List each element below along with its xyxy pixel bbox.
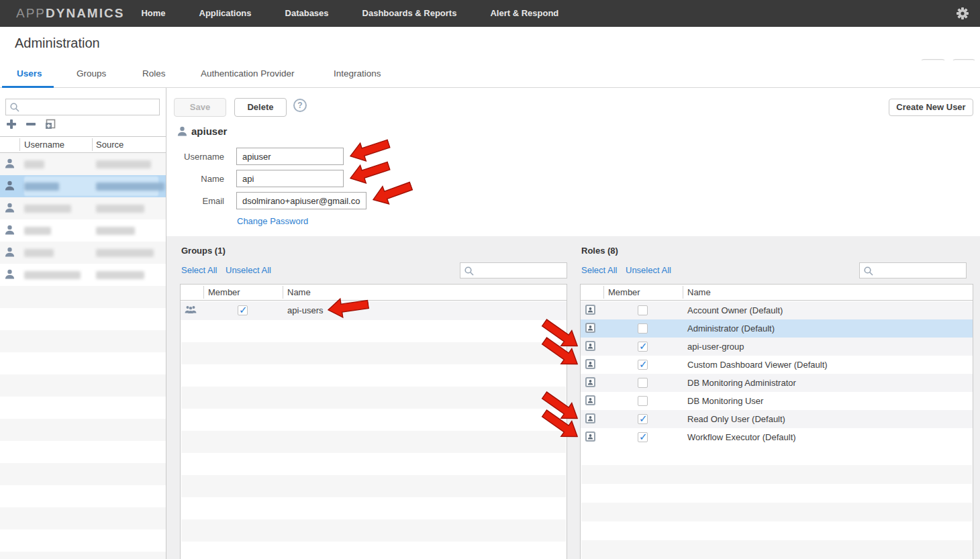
tab-groups[interactable]: Groups xyxy=(77,60,106,87)
annotation-arrow-name xyxy=(346,155,393,189)
user-list-row[interactable] xyxy=(0,197,166,219)
user-icon xyxy=(4,268,15,280)
email-field[interactable] xyxy=(236,192,366,209)
add-user-icon[interactable] xyxy=(5,118,17,130)
redacted-username xyxy=(24,271,81,279)
role-name: Workflow Executor (Default) xyxy=(687,432,796,442)
groups-select-all-link[interactable]: Select All xyxy=(181,265,217,275)
member-checkbox[interactable] xyxy=(638,432,648,442)
member-checkbox[interactable] xyxy=(638,305,648,315)
groups-panel-title: Groups (1) xyxy=(181,246,226,256)
redacted-source xyxy=(96,249,154,257)
groups-unselect-all-link[interactable]: Unselect All xyxy=(226,265,271,275)
column-header-source[interactable]: Source xyxy=(96,140,124,150)
role-row[interactable]: Administrator (Default) xyxy=(581,319,973,338)
member-checkbox[interactable] xyxy=(638,396,648,406)
user-icon xyxy=(4,202,15,213)
settings-gear-icon[interactable] xyxy=(956,7,969,20)
user-list-empty-rows xyxy=(0,286,166,559)
column-header-member[interactable]: Member xyxy=(208,287,240,297)
role-row[interactable]: Workflow Executor (Default) xyxy=(581,428,973,446)
column-divider xyxy=(603,286,604,299)
role-badge-icon xyxy=(585,395,595,405)
roles-search-input[interactable] xyxy=(877,264,965,277)
search-icon xyxy=(9,102,20,113)
roles-panel-title: Roles (8) xyxy=(581,246,618,256)
help-circle-icon[interactable]: ? xyxy=(293,99,307,112)
column-divider xyxy=(203,286,204,299)
tab-users[interactable]: Users xyxy=(17,60,42,87)
role-badge-icon xyxy=(585,413,595,423)
user-detail-title: apiuser xyxy=(191,125,227,137)
groups-search-input[interactable] xyxy=(478,264,565,277)
member-checkbox[interactable] xyxy=(638,342,648,352)
role-badge-icon xyxy=(585,377,595,387)
user-icon xyxy=(177,125,188,137)
user-list-row[interactable] xyxy=(0,242,166,264)
redacted-username xyxy=(24,227,51,235)
nav-item-applications[interactable]: Applications xyxy=(183,0,268,27)
role-name: DB Monitoring Administrator xyxy=(687,378,796,388)
groups-search-box[interactable] xyxy=(460,262,567,278)
roles-select-all-link[interactable]: Select All xyxy=(581,265,617,275)
user-icon xyxy=(4,158,15,169)
tab-authentication-provider[interactable]: Authentication Provider xyxy=(201,60,295,87)
nav-item-dashboards-reports[interactable]: Dashboards & Reports xyxy=(346,0,474,27)
change-password-link[interactable]: Change Password xyxy=(237,216,308,226)
role-badge-icon xyxy=(585,359,595,369)
user-list-row[interactable] xyxy=(0,264,166,286)
column-header-name[interactable]: Name xyxy=(687,287,711,297)
create-new-user-button[interactable]: Create New User xyxy=(889,99,973,116)
member-checkbox[interactable] xyxy=(238,305,248,315)
member-checkbox[interactable] xyxy=(638,414,648,424)
tab-integrations[interactable]: Integrations xyxy=(334,60,381,87)
member-checkbox[interactable] xyxy=(638,378,648,388)
nav-item-databases[interactable]: Databases xyxy=(268,0,346,27)
member-checkbox[interactable] xyxy=(638,360,648,370)
remove-user-icon[interactable] xyxy=(25,118,37,130)
roles-unselect-all-link[interactable]: Unselect All xyxy=(626,265,671,275)
user-list-row-selected[interactable] xyxy=(0,175,166,197)
column-header-member[interactable]: Member xyxy=(608,287,640,297)
column-divider xyxy=(283,286,283,299)
appdynamics-logo[interactable]: APPDYNAMICS xyxy=(16,6,124,21)
user-list-row[interactable] xyxy=(0,153,166,175)
role-badge-icon xyxy=(585,341,595,351)
redacted-username xyxy=(24,183,59,191)
member-checkbox[interactable] xyxy=(638,323,648,334)
admin-tabs: Users Groups Roles Authentication Provid… xyxy=(0,60,980,88)
redacted-source xyxy=(96,271,144,279)
username-field[interactable] xyxy=(236,148,344,165)
role-row[interactable]: Account Owner (Default) xyxy=(581,301,973,319)
user-list-header: Username Source xyxy=(0,136,166,153)
group-icon xyxy=(185,305,197,315)
roles-table: Member Name Account Owner (Default) Admi… xyxy=(580,284,973,559)
role-row[interactable]: DB Monitoring Administrator xyxy=(581,374,973,392)
roles-search-box[interactable] xyxy=(859,262,967,278)
search-icon xyxy=(464,266,475,276)
role-row[interactable]: api-user-group xyxy=(581,338,973,356)
delete-button[interactable]: Delete xyxy=(234,98,287,117)
role-row[interactable]: Custom Dashboard Viewer (Default) xyxy=(581,356,973,374)
group-row[interactable]: api-users xyxy=(181,301,567,320)
role-row[interactable]: DB Monitoring User xyxy=(581,392,973,410)
column-header-name[interactable]: Name xyxy=(287,287,311,297)
role-name: Account Owner (Default) xyxy=(687,305,783,315)
user-search-box[interactable] xyxy=(5,99,160,115)
tab-roles[interactable]: Roles xyxy=(142,60,166,87)
column-divider xyxy=(92,138,93,151)
groups-table: Member Name api-users xyxy=(180,284,567,559)
name-field[interactable] xyxy=(236,170,344,187)
save-button[interactable]: Save xyxy=(174,98,226,117)
column-header-username[interactable]: Username xyxy=(24,140,64,150)
groups-empty-rows xyxy=(181,320,566,559)
user-search-input[interactable] xyxy=(23,100,158,114)
user-list-row[interactable] xyxy=(0,219,166,242)
nav-item-home[interactable]: Home xyxy=(124,0,182,27)
nav-item-alert-respond[interactable]: Alert & Respond xyxy=(473,0,575,27)
user-list-sidebar: Username Source xyxy=(0,88,166,559)
copy-user-icon[interactable] xyxy=(44,118,56,130)
user-list-toolbar xyxy=(5,118,56,132)
role-row[interactable]: Read Only User (Default) xyxy=(581,410,973,428)
role-badge-icon xyxy=(585,305,595,315)
